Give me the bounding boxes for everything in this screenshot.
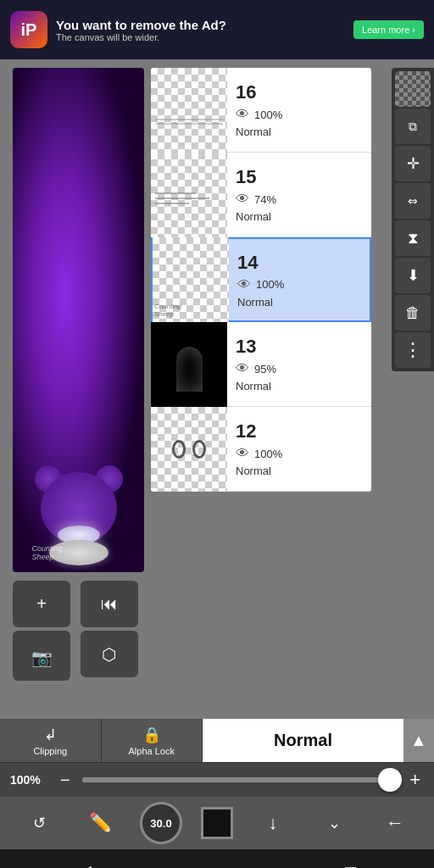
workspace: CountingSheep + ⏮ ⊞ ⬡ 📷 (0, 59, 434, 719)
bottom-bar: ↲ Clipping 🔒 Alpha Lock Normal ▲ 100% − … (0, 719, 434, 797)
bear-artwork: CountingSheep (28, 464, 130, 565)
layer-thumbnail-15 (151, 153, 227, 237)
back-button[interactable]: ← (374, 802, 416, 844)
alpha-lock-button[interactable]: 🔒 Alpha Lock (102, 719, 203, 762)
trash-button[interactable]: 🗑 (395, 295, 431, 331)
select-layer-button[interactable]: ⧉ (395, 108, 431, 144)
flip-button[interactable]: ⇔ (395, 183, 431, 219)
layer-thumbnail-12 (151, 407, 227, 492)
main-area: CountingSheep + ⏮ ⊞ ⬡ 📷 (0, 59, 434, 797)
layer-opacity-13: 95% (254, 363, 276, 376)
layer-item[interactable]: 16 👁 100% Normal (151, 68, 371, 153)
bottom-toolbar: ↺ ✏️ 30.0 ↓ ⌄ ← (0, 797, 434, 849)
layer-item[interactable]: 13 👁 95% Normal (151, 322, 371, 407)
right-toolbar: ⧉ ✛ ⇔ ⧗ ⬇ 🗑 ⋮ (392, 68, 434, 371)
layer-number-16: 16 (236, 81, 363, 103)
layer-number-14: 14 (237, 252, 361, 274)
ad-icon: iP (10, 11, 47, 48)
layer-opacity-16: 100% (254, 108, 282, 121)
layer-14-watermark: CountingSheep (154, 303, 181, 318)
eye-icon-13[interactable]: 👁 (236, 361, 249, 376)
add-layer-button[interactable]: + (13, 581, 70, 627)
layer-number-15: 15 (236, 166, 363, 188)
layer-info-12: 12 👁 100% Normal (227, 414, 371, 484)
layer-visibility-13: 👁 95% (236, 361, 363, 376)
eyes-shape (172, 440, 206, 459)
layer-info-14: 14 👁 100% Normal (229, 245, 370, 315)
layer-opacity-12: 100% (254, 448, 282, 460)
opacity-increase-button[interactable]: + (406, 769, 424, 791)
clipping-icon: ↲ (44, 726, 57, 744)
layer-blend-13: Normal (236, 380, 363, 392)
blend-mode-arrow[interactable]: ▲ (403, 719, 434, 762)
eye-icon-16[interactable]: 👁 (236, 107, 249, 122)
ad-text: You want to remove the Ad? The canvas wi… (56, 18, 345, 42)
blend-mode-selector[interactable]: Normal (203, 719, 403, 762)
alpha-lock-label: Alpha Lock (129, 746, 175, 756)
down-arrow-button[interactable]: ↓ (252, 802, 294, 844)
opacity-bar: 100% − + (0, 763, 434, 797)
ad-banner: iP You want to remove the Ad? The canvas… (0, 0, 434, 59)
layers-panel: 16 👁 100% Normal (151, 68, 371, 492)
animation-button[interactable]: ⏮ (81, 581, 138, 627)
shadow-shape (166, 337, 213, 392)
layer-blend-14: Normal (237, 296, 361, 309)
layer-number-12: 12 (236, 420, 363, 442)
opacity-decrease-button[interactable]: − (57, 771, 74, 790)
opacity-slider-fill (82, 777, 398, 782)
brush-size-value: 30.0 (150, 817, 171, 830)
move-button[interactable]: ✛ (395, 146, 431, 181)
layer-visibility-12: 👁 100% (236, 446, 363, 461)
ad-subtitle: The canvas will be wider. (56, 32, 345, 42)
back-nav-button[interactable]: ◁ (77, 861, 92, 868)
home-nav-button[interactable]: ○ (213, 861, 224, 868)
layer-item[interactable]: 15 👁 74% Normal (151, 153, 371, 237)
eye-shape-right (192, 440, 206, 459)
more-button[interactable]: ⋮ (395, 332, 431, 368)
layer-thumbnail-16 (151, 68, 227, 153)
eye-icon-12[interactable]: 👁 (236, 446, 249, 461)
color-swatch[interactable] (201, 807, 233, 839)
download-button[interactable]: ⬇ (395, 258, 431, 293)
layer-number-13: 13 (236, 336, 363, 358)
opacity-label: 100% (10, 773, 48, 787)
counting-sheep-text: CountingSheep (32, 544, 63, 561)
checkerboard-button[interactable] (395, 71, 431, 107)
layer-opacity-15: 74% (254, 193, 276, 206)
blend-mode-label: Normal (274, 731, 332, 750)
eye-icon-15[interactable]: 👁 (236, 192, 249, 207)
opacity-slider-thumb[interactable] (378, 768, 402, 792)
layer-visibility-14: 👁 100% (237, 277, 361, 292)
brush-size-badge[interactable]: 30.0 (140, 802, 182, 844)
eye-icon-14[interactable]: 👁 (237, 277, 251, 292)
ad-title: You want to remove the Ad? (56, 18, 345, 32)
layer-info-13: 13 👁 95% Normal (227, 329, 371, 399)
layer-thumbnail-14: CountingSheep (153, 237, 229, 322)
alpha-lock-icon: 🔒 (142, 726, 161, 744)
undo-button[interactable]: ↺ (18, 802, 60, 844)
layer-visibility-15: 👁 74% (236, 192, 363, 207)
transform-button[interactable]: ⬡ (81, 631, 138, 677)
opacity-slider[interactable] (82, 777, 398, 782)
camera-button[interactable]: 📷 (13, 634, 70, 681)
layer-blend-15: Normal (236, 210, 363, 223)
clipping-label: Clipping (33, 746, 67, 756)
recents-nav-button[interactable]: □ (345, 861, 356, 868)
ad-learn-button[interactable]: Learn more › (353, 20, 424, 39)
brush-button[interactable]: ✏️ (79, 802, 121, 844)
layer-thumbnail-13 (151, 322, 227, 407)
eye-shape-left (172, 440, 186, 459)
layer-visibility-16: 👁 100% (236, 107, 363, 122)
clipping-button[interactable]: ↲ Clipping (0, 719, 102, 762)
layer-item-active[interactable]: CountingSheep 14 👁 100% Normal (151, 237, 371, 322)
canvas-image: CountingSheep (13, 68, 144, 572)
layer-info-16: 16 👁 100% Normal (227, 75, 371, 145)
layer-blend-12: Normal (236, 465, 363, 477)
layer-blend-16: Normal (236, 125, 363, 138)
double-down-button[interactable]: ⌄ (313, 802, 355, 844)
layer-item[interactable]: 12 👁 100% Normal (151, 407, 371, 492)
canvas-preview[interactable]: CountingSheep (13, 68, 144, 572)
hourglass-button[interactable]: ⧗ (395, 220, 431, 256)
mode-bar: ↲ Clipping 🔒 Alpha Lock Normal ▲ (0, 719, 434, 763)
android-nav: ◁ ○ □ (0, 849, 434, 868)
